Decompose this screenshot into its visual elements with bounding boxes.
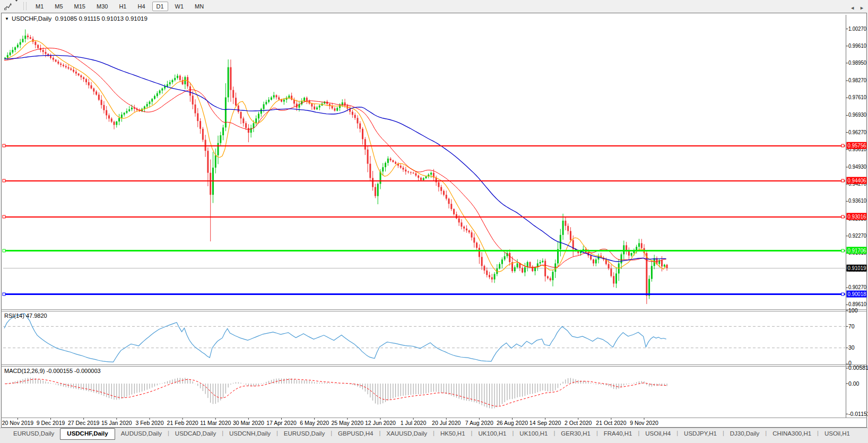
date-axis-label: 7 Aug 2020 bbox=[465, 420, 493, 426]
date-axis-label: 17 Apr 2020 bbox=[266, 420, 297, 426]
date-axis-label: 20 Nov 2019 bbox=[2, 420, 34, 426]
chart-tab-gbpusd-h4[interactable]: GBPUSD,H4 bbox=[332, 428, 379, 439]
chart-canvas[interactable]: 1.002700.996100.989500.982700.976100.969… bbox=[0, 0, 868, 443]
date-axis-label: 30 Mar 2020 bbox=[233, 420, 264, 426]
rsi-axis-label: 30 bbox=[848, 344, 855, 351]
axis-label: 0.95756 bbox=[848, 143, 866, 149]
price-tick-label: 0.98270 bbox=[848, 77, 866, 83]
timeframe-button-H1[interactable]: H1 bbox=[115, 2, 131, 11]
line-handle[interactable] bbox=[841, 293, 844, 296]
line-handle[interactable] bbox=[3, 179, 5, 182]
price-tick-label: 0.93610 bbox=[848, 197, 866, 204]
axis-label: 0.90018 bbox=[848, 291, 866, 297]
macd-axis-label: 0.00 bbox=[848, 380, 860, 387]
line-handle[interactable] bbox=[841, 144, 844, 147]
cursor-chart-icon bbox=[4, 2, 12, 10]
tab-scroll-arrows: ◄ ► bbox=[850, 5, 864, 11]
timeframe-toolbar: M1M5M15M30H1H4D1W1MN bbox=[0, 0, 868, 12]
timeframe-button-M30[interactable]: M30 bbox=[92, 2, 112, 11]
tabs-scroll-left-icon[interactable]: ◄ bbox=[850, 5, 855, 11]
cursor-tool-button[interactable] bbox=[3, 2, 13, 11]
line-handle[interactable] bbox=[841, 179, 844, 182]
macd-axis-label: -0.01151 bbox=[848, 411, 868, 417]
timeframe-button-M15[interactable]: M15 bbox=[70, 2, 90, 11]
chart-tab-eurusd-daily[interactable]: EURUSD,Daily bbox=[278, 428, 331, 439]
chart-ohlc-title: ▼USDCHF,Daily 0.91085 0.91115 0.91013 0.… bbox=[5, 15, 147, 22]
timeframe-button-M5[interactable]: M5 bbox=[50, 2, 67, 11]
timeframe-buttons: M1M5M15M30H1H4D1W1MN bbox=[31, 2, 208, 11]
date-axis-label: 25 May 2020 bbox=[331, 420, 363, 426]
chart-tab-bar: EURUSD,DailyUSDCHF,DailyAUDUSD,Daily|USD… bbox=[0, 428, 868, 443]
date-axis-label: 3 Feb 2020 bbox=[135, 420, 163, 426]
collapse-indicator-icon: ▼ bbox=[5, 16, 9, 21]
date-axis-label: 2 Oct 2020 bbox=[565, 420, 592, 426]
line-handle[interactable] bbox=[841, 215, 844, 218]
chart-tab-usoil-h1[interactable]: USOil,H1 bbox=[819, 428, 856, 439]
macd-axis-label: 0.005818 bbox=[848, 364, 868, 371]
date-axis-label: 11 Mar 2020 bbox=[200, 420, 231, 426]
date-axis-label: 12 Jun 2020 bbox=[365, 420, 396, 426]
chart-tab-usdjpy-h1[interactable]: USDJPY,H1 bbox=[678, 428, 723, 439]
timeframe-button-D1[interactable]: D1 bbox=[152, 2, 168, 11]
rsi-axis-label: 70 bbox=[848, 323, 855, 329]
line-handle[interactable] bbox=[3, 293, 5, 296]
date-axis-label: 15 Jan 2020 bbox=[101, 420, 132, 426]
axis-label: 0.94406 bbox=[848, 178, 866, 184]
date-axis-label: 1 Jul 2020 bbox=[401, 420, 427, 426]
rsi-indicator-label: RSI(14) 47.9820 bbox=[4, 312, 47, 319]
timeframe-button-MN[interactable]: MN bbox=[190, 2, 208, 11]
tabs-scroll-right-icon[interactable]: ► bbox=[860, 5, 864, 11]
macd-indicator-label: MACD(12,26,9) -0.000155 -0.000003 bbox=[4, 368, 101, 374]
price-tick-label: 0.98950 bbox=[848, 59, 866, 66]
chart-tab-fra40-h1[interactable]: FRA40,H1 bbox=[598, 428, 638, 439]
date-axis-label: 20 Jul 2020 bbox=[432, 420, 461, 426]
price-tick-label: 0.94930 bbox=[848, 163, 866, 170]
chart-tab-usoil-h4[interactable]: USOil,H4 bbox=[639, 428, 676, 439]
price-tick-label: 0.96270 bbox=[848, 129, 866, 135]
line-handle[interactable] bbox=[3, 215, 5, 218]
date-axis-label: 21 Feb 2020 bbox=[167, 420, 198, 426]
chart-window-frame bbox=[2, 13, 867, 428]
chart-tab-xauusd-daily[interactable]: XAUUSD,Daily bbox=[380, 428, 433, 439]
timeframe-button-W1[interactable]: W1 bbox=[171, 2, 188, 11]
date-axis-label: 9 Nov 2020 bbox=[630, 420, 658, 426]
line-handle[interactable] bbox=[3, 249, 5, 252]
date-axis-label: 9 Dec 2019 bbox=[37, 420, 65, 426]
date-axis-label: 26 Aug 2020 bbox=[497, 420, 528, 426]
timeframe-button-H4[interactable]: H4 bbox=[133, 2, 149, 11]
axis-label: 0.93016 bbox=[848, 214, 866, 220]
line-handle[interactable] bbox=[3, 144, 5, 147]
price-tick-label: 0.90270 bbox=[848, 284, 866, 290]
rsi-axis-label: 100 bbox=[848, 307, 858, 314]
date-axis-label: 14 Sep 2020 bbox=[530, 420, 561, 426]
chart-tab-dj30-daily[interactable]: DJ30,Daily bbox=[724, 428, 766, 439]
price-tick-label: 0.97610 bbox=[848, 94, 866, 100]
date-axis-label: 6 May 2020 bbox=[300, 420, 329, 426]
chart-tab-eurusd-daily[interactable]: EURUSD,Daily bbox=[7, 428, 60, 439]
chart-tab-uk100-h1[interactable]: UK100,H1 bbox=[514, 428, 553, 439]
axis-label: 0.91019 bbox=[848, 265, 866, 271]
chart-tab-usdchf-daily[interactable]: USDCHF,Daily bbox=[60, 428, 115, 440]
price-tick-label: 0.92270 bbox=[848, 232, 866, 239]
chart-tab-china300-h1[interactable]: CHINA300,H1 bbox=[767, 428, 817, 439]
price-tick-label: 0.99610 bbox=[848, 42, 866, 49]
chevron-down-icon bbox=[15, 0, 18, 11]
chart-tab-usdcad-daily[interactable]: USDCAD,Daily bbox=[169, 428, 222, 439]
cursor-tool-dropdown[interactable] bbox=[13, 2, 22, 11]
line-handle[interactable] bbox=[841, 249, 844, 252]
chart-tab-audusd-daily[interactable]: AUDUSD,Daily bbox=[115, 428, 168, 439]
chart-tab-usdcnh-daily[interactable]: USDCNH,Daily bbox=[223, 428, 276, 439]
chart-tab-ger30-h1[interactable]: GER30,H1 bbox=[555, 428, 596, 439]
chart-tab-hk50-h1[interactable]: HK50,H1 bbox=[435, 428, 471, 439]
timeframe-button-M1[interactable]: M1 bbox=[31, 2, 48, 11]
price-tick-label: 0.96930 bbox=[848, 111, 866, 118]
date-axis-label: 27 Dec 2019 bbox=[68, 420, 100, 426]
price-tick-label: 1.00270 bbox=[848, 25, 866, 32]
chart-tab-uk100-h1[interactable]: UK100,H1 bbox=[472, 428, 512, 439]
ohlc-title-text: USDCHF,Daily 0.91085 0.91115 0.91013 0.9… bbox=[12, 15, 147, 22]
axis-label: 0.91706 bbox=[848, 248, 866, 254]
toolbar-grip[interactable] bbox=[23, 2, 27, 10]
date-axis-label: 21 Oct 2020 bbox=[596, 420, 626, 426]
